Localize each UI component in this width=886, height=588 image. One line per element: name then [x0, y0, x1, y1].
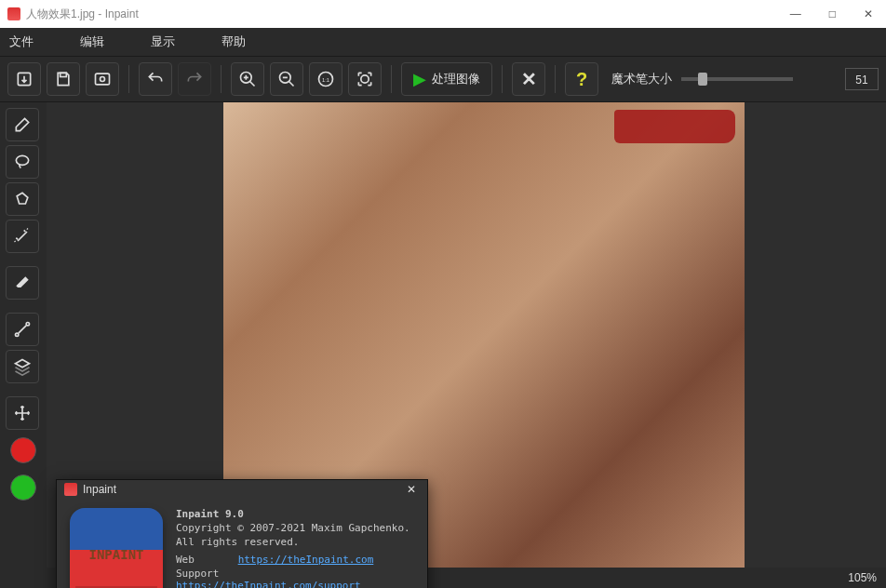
copyright-text: Copyright © 2007-2021 Maxim Gapchenko. — [176, 522, 414, 534]
zoom-level: 105% — [848, 571, 877, 584]
brush-size-control: 魔术笔大小 — [611, 71, 793, 87]
tool-sidebar — [0, 102, 47, 568]
svg-point-10 — [16, 333, 19, 336]
x-icon: ✕ — [521, 68, 537, 90]
app-icon — [7, 7, 20, 20]
move-tool[interactable] — [6, 396, 39, 430]
play-icon: ▶ — [413, 69, 426, 89]
zoom-out-button[interactable] — [270, 62, 303, 96]
svg-text:1:1: 1:1 — [322, 77, 329, 83]
menu-view[interactable]: 显示 — [151, 33, 175, 50]
svg-point-8 — [361, 75, 369, 83]
cancel-button[interactable]: ✕ — [512, 62, 545, 96]
menubar: 文件 编辑 显示 帮助 — [0, 28, 886, 56]
help-button[interactable]: ? — [565, 62, 598, 96]
svg-point-9 — [16, 155, 28, 165]
save-button[interactable] — [47, 62, 80, 96]
titlebar: 人物效果1.jpg - Inpaint — □ ✕ — [0, 0, 886, 28]
separator — [555, 65, 556, 93]
lasso-tool[interactable] — [6, 145, 39, 179]
svg-point-11 — [26, 323, 29, 326]
undo-button[interactable] — [139, 62, 172, 96]
red-color-button[interactable] — [10, 437, 36, 463]
open-button[interactable] — [7, 62, 41, 96]
preview-button[interactable] — [86, 62, 119, 96]
brush-size-value[interactable]: 51 — [845, 68, 879, 90]
app-icon — [64, 483, 77, 496]
support-link[interactable]: https://theInpaint.com/support — [176, 580, 361, 588]
process-label: 处理图像 — [432, 71, 480, 87]
inpaint-logo-icon: INPAINT — [70, 508, 163, 588]
about-dialog: Inpaint ✕ INPAINT Inpaint 9.0 Copyright … — [56, 479, 428, 588]
polygon-tool[interactable] — [6, 182, 39, 216]
separator — [221, 65, 222, 93]
main-area: Inpaint ✕ INPAINT Inpaint 9.0 Copyright … — [0, 102, 886, 568]
web-link[interactable]: https://theInpaint.com — [238, 554, 374, 566]
dialog-title: Inpaint — [83, 483, 116, 496]
dialog-close-button[interactable]: ✕ — [403, 483, 420, 496]
separator — [128, 65, 129, 93]
process-button[interactable]: ▶ 处理图像 — [401, 62, 492, 96]
zoom-fit-button[interactable] — [348, 62, 382, 96]
maximize-button[interactable]: □ — [824, 7, 841, 20]
menu-help[interactable]: 帮助 — [222, 33, 246, 50]
selection-mask — [614, 110, 735, 143]
dialog-text: Inpaint 9.0 Copyright © 2007-2021 Maxim … — [176, 508, 414, 588]
separator — [502, 65, 503, 93]
magic-wand-tool[interactable] — [6, 220, 39, 253]
question-icon: ? — [576, 69, 587, 90]
marker-tool[interactable] — [6, 108, 39, 141]
toolbar: 1:1 ▶ 处理图像 ✕ ? 魔术笔大小 51 — [0, 56, 886, 102]
web-label: Web — [176, 554, 232, 566]
layers-tool[interactable] — [6, 350, 39, 383]
rights-text: All rights reserved. — [176, 536, 414, 548]
menu-file[interactable]: 文件 — [9, 33, 34, 50]
svg-point-3 — [101, 77, 105, 82]
zoom-in-button[interactable] — [231, 62, 264, 96]
svg-rect-2 — [96, 74, 110, 85]
window-title: 人物效果1.jpg - Inpaint — [26, 7, 785, 22]
support-label: Support — [176, 568, 232, 580]
green-color-button[interactable] — [10, 474, 36, 501]
brush-size-slider[interactable] — [681, 77, 793, 81]
svg-rect-1 — [60, 73, 67, 76]
brush-size-label: 魔术笔大小 — [611, 71, 672, 87]
menu-edit[interactable]: 编辑 — [80, 33, 104, 50]
product-name: Inpaint 9.0 — [176, 508, 244, 520]
slider-thumb[interactable] — [698, 73, 707, 86]
dialog-body: INPAINT Inpaint 9.0 Copyright © 2007-202… — [57, 499, 427, 588]
app-window: 人物效果1.jpg - Inpaint — □ ✕ 文件 编辑 显示 帮助 1:… — [0, 0, 886, 588]
redo-button[interactable] — [178, 62, 211, 96]
zoom-actual-button[interactable]: 1:1 — [309, 62, 342, 96]
dialog-titlebar: Inpaint ✕ — [57, 480, 427, 499]
eraser-tool[interactable] — [6, 266, 39, 300]
line-tool[interactable] — [6, 313, 39, 346]
window-controls: — □ ✕ — [785, 7, 879, 20]
close-button[interactable]: ✕ — [858, 7, 879, 20]
minimize-button[interactable]: — — [785, 7, 807, 20]
separator — [391, 65, 392, 93]
